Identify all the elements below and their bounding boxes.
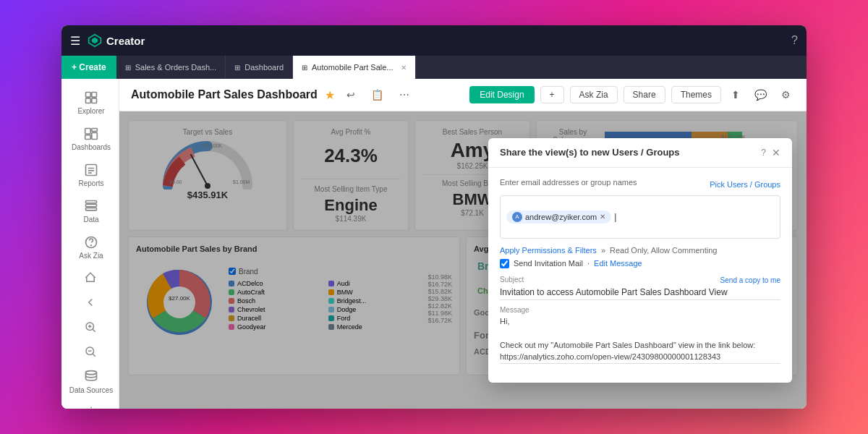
tab-auto-label: Automobile Part Sale...	[312, 63, 393, 72]
subject-label: Subject	[500, 276, 524, 284]
sidebar-explorer-label: Explorer	[77, 107, 104, 115]
modal-body: Enter email addresses or group names Pic…	[488, 168, 792, 383]
send-separator: ·	[587, 259, 590, 268]
export-icon[interactable]: ⬆	[727, 86, 744, 103]
edit-design-button[interactable]: Edit Design	[469, 86, 534, 103]
notes-icon[interactable]: 📋	[367, 86, 388, 103]
ask-zia-button[interactable]: Ask Zia	[570, 86, 618, 103]
sidebar-data-sources-label: Data Sources	[69, 386, 114, 394]
sidebar-item-reports[interactable]: Reports	[61, 157, 119, 193]
tab-bar: + Create ⊞ Sales & Orders Dash... ⊞ Dash…	[61, 56, 807, 79]
svg-rect-6	[85, 129, 91, 135]
svg-rect-16	[86, 208, 97, 210]
share-button[interactable]: Share	[624, 86, 665, 103]
settings-icon[interactable]: ⚙	[777, 86, 795, 103]
create-button[interactable]: + Create	[61, 56, 116, 79]
svg-rect-8	[85, 135, 91, 140]
modal-overlay: Share the view(s) to new Users / Groups …	[119, 111, 807, 409]
chip-email: andrew@zyiker.com	[525, 213, 597, 221]
tab-sales-icon: ⊞	[125, 64, 131, 72]
edit-message-link[interactable]: Edit Message	[594, 259, 642, 268]
modal-close-button[interactable]: ✕	[772, 147, 780, 158]
svg-rect-14	[86, 201, 97, 203]
favorite-icon[interactable]: ★	[325, 88, 335, 102]
subject-input[interactable]	[500, 285, 780, 300]
svg-line-25	[93, 354, 95, 357]
pick-users-link[interactable]: Pick Users / Groups	[710, 180, 780, 189]
tab-auto-icon: ⊞	[302, 64, 307, 72]
permissions-link[interactable]: Apply Permissions & Filters	[500, 246, 597, 255]
svg-point-26	[86, 371, 97, 375]
send-invitation-checkbox[interactable]	[500, 259, 509, 268]
svg-rect-9	[92, 132, 97, 139]
svg-rect-15	[86, 205, 97, 207]
sidebar-item-dashboards[interactable]: Dashboards	[61, 121, 119, 157]
top-bar: ☰ Creator ?	[61, 25, 807, 56]
sidebar-ask-zia-label: Ask Zia	[79, 252, 103, 260]
dashboard-grid: Target vs Sales	[119, 111, 807, 409]
share-modal: Share the view(s) to new Users / Groups …	[488, 138, 792, 383]
dashboard-actions: Edit Design + Ask Zia Share Themes ⬆ 💬 ⚙	[469, 86, 795, 103]
tab-auto[interactable]: ⊞ Automobile Part Sale... ✕	[293, 56, 416, 79]
content: Automobile Part Sales Dashboard ★ ↩ 📋 ⋯ …	[119, 79, 807, 409]
email-cursor: |	[614, 212, 616, 222]
chip-avatar: A	[512, 212, 522, 222]
message-label: Message	[500, 306, 780, 314]
message-textarea[interactable]	[500, 315, 780, 364]
email-label: Enter email addresses or group names	[500, 178, 637, 187]
add-button[interactable]: +	[540, 86, 564, 103]
sidebar-item-explorer[interactable]: Explorer	[61, 85, 119, 121]
tab-dashboard[interactable]: ⊞ Dashboard	[226, 56, 293, 79]
tab-sales-label: Sales & Orders Dash...	[135, 63, 217, 72]
main-layout: Explorer Dashboards Reports	[61, 79, 807, 409]
sidebar-nav-zoom-out[interactable]	[61, 339, 119, 364]
message-field: Message	[500, 306, 780, 367]
sidebar-item-ask-zia[interactable]: Ask Zia	[61, 229, 119, 265]
tab-sales[interactable]: ⊞ Sales & Orders Dash...	[116, 56, 226, 79]
svg-rect-2	[86, 93, 91, 98]
sidebar-item-settings[interactable]: Settings	[61, 400, 119, 409]
tab-close-icon[interactable]: ✕	[401, 64, 407, 72]
send-invitation-row: Send Invitation Mail · Edit Message	[500, 259, 780, 268]
modal-title: Share the view(s) to new Users / Groups	[500, 147, 680, 158]
svg-marker-1	[92, 38, 98, 43]
svg-rect-7	[92, 129, 97, 132]
hamburger-icon[interactable]: ☰	[70, 34, 80, 48]
comment-icon[interactable]: 💬	[750, 86, 771, 103]
sidebar: Explorer Dashboards Reports	[61, 79, 119, 409]
svg-point-18	[91, 245, 92, 246]
undo-icon[interactable]: ↩	[342, 86, 359, 103]
sidebar-reports-label: Reports	[78, 179, 103, 187]
sidebar-nav-home[interactable]	[61, 265, 119, 290]
email-chip: A andrew@zyiker.com ✕	[506, 210, 611, 224]
sidebar-nav-zoom-in[interactable]	[61, 315, 119, 339]
modal-help-icon[interactable]: ?	[761, 148, 766, 158]
svg-line-22	[93, 329, 95, 332]
sidebar-data-label: Data	[83, 216, 98, 224]
tab-dashboard-label: Dashboard	[244, 63, 284, 72]
modal-header-actions: ? ✕	[761, 147, 780, 158]
permissions-row: Apply Permissions & Filters » Read Only,…	[500, 246, 780, 255]
email-label-row: Enter email addresses or group names Pic…	[500, 178, 780, 191]
tab-dashboard-icon: ⊞	[234, 64, 240, 72]
themes-button[interactable]: Themes	[671, 86, 721, 103]
sidebar-item-data-sources[interactable]: Data Sources	[61, 364, 119, 400]
dashboard-title: Automobile Part Sales Dashboard	[131, 88, 318, 101]
svg-rect-3	[92, 93, 97, 98]
sidebar-item-data[interactable]: Data	[61, 193, 119, 229]
svg-rect-5	[92, 98, 97, 103]
subject-field: Subject Send a copy to me	[500, 276, 780, 300]
app-logo: Creator	[88, 33, 145, 48]
chip-close-icon[interactable]: ✕	[600, 213, 605, 221]
app-title: Creator	[106, 35, 145, 47]
send-copy-label[interactable]: Send a copy to me	[720, 276, 780, 284]
sidebar-nav-back[interactable]	[61, 290, 119, 315]
dashboard-header: Automobile Part Sales Dashboard ★ ↩ 📋 ⋯ …	[119, 79, 807, 111]
modal-header: Share the view(s) to new Users / Groups …	[488, 138, 792, 168]
sidebar-dashboards-label: Dashboards	[72, 143, 111, 151]
email-input-area[interactable]: A andrew@zyiker.com ✕ |	[500, 195, 780, 239]
permissions-value: Read Only, Allow Commenting	[610, 246, 717, 255]
more-icon[interactable]: ⋯	[395, 86, 414, 103]
svg-rect-4	[86, 98, 91, 103]
help-icon[interactable]: ?	[791, 34, 798, 47]
